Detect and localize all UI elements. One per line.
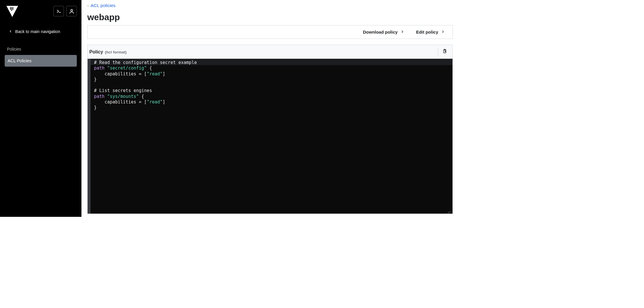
- chevron-right-icon: [401, 30, 404, 34]
- policy-header-left: Policy (hcl format): [89, 49, 126, 55]
- edit-policy-button[interactable]: Edit policy: [416, 30, 445, 34]
- code-content: # Read the configuration secret example …: [90, 59, 200, 214]
- svg-marker-0: [6, 6, 18, 17]
- main: ‹ ACL policies webapp Download policy Ed…: [81, 0, 453, 217]
- user-icon[interactable]: [66, 6, 77, 16]
- svg-rect-4: [10, 8, 11, 9]
- sidebar-header: [0, 0, 81, 23]
- sidebar-item-label: ACL Policies: [8, 58, 32, 63]
- svg-rect-1: [10, 7, 11, 8]
- svg-rect-5: [11, 8, 12, 9]
- edit-label: Edit policy: [416, 30, 438, 34]
- header-icons: [53, 6, 77, 16]
- chevron-right-icon: [441, 30, 445, 34]
- svg-rect-3: [13, 7, 13, 8]
- policy-header: Policy (hcl format): [88, 45, 452, 59]
- breadcrumb-label: ACL policies: [90, 3, 116, 8]
- svg-rect-2: [11, 7, 12, 8]
- action-bar: Download policy Edit policy: [87, 25, 453, 39]
- terminal-icon[interactable]: [53, 6, 64, 16]
- svg-point-9: [71, 9, 72, 11]
- svg-rect-6: [13, 8, 13, 9]
- chevron-left-icon: [9, 29, 12, 34]
- policy-format: (hcl format): [105, 50, 126, 54]
- clipboard-icon: [442, 50, 447, 55]
- chevron-left-icon: ‹: [87, 3, 89, 8]
- download-policy-button[interactable]: Download policy: [363, 30, 404, 34]
- back-link-label: Back to main navigation: [15, 29, 60, 34]
- vault-logo: [6, 6, 18, 18]
- breadcrumb[interactable]: ‹ ACL policies: [87, 3, 453, 8]
- sidebar-item-acl-policies[interactable]: ACL Policies: [5, 55, 77, 67]
- policy-label: Policy: [89, 49, 103, 55]
- resize-handle-icon: ⠴⠂: [447, 212, 452, 213]
- policy-box: Policy (hcl format) # Read the configura…: [87, 45, 453, 214]
- page-title: webapp: [87, 12, 453, 22]
- svg-rect-7: [11, 10, 12, 11]
- code-gutter: [88, 59, 90, 214]
- copy-button[interactable]: [438, 48, 451, 56]
- sidebar: Back to main navigation Policies ACL Pol…: [0, 0, 81, 217]
- code-editor[interactable]: # Read the configuration secret example …: [88, 59, 452, 214]
- back-link[interactable]: Back to main navigation: [0, 26, 81, 37]
- download-label: Download policy: [363, 30, 398, 34]
- sidebar-section-label: Policies: [0, 44, 81, 54]
